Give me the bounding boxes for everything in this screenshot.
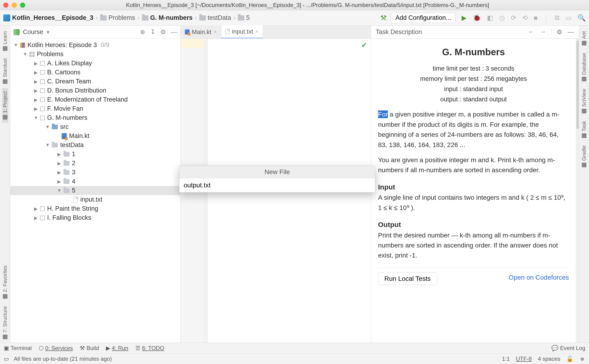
tool-gradle[interactable]: Gradle xyxy=(581,142,587,171)
caret-icon[interactable] xyxy=(57,179,61,184)
debug-icon[interactable]: 🐞 xyxy=(473,14,481,22)
tree-problem[interactable]: I. Falling Blocks xyxy=(10,213,180,222)
tool-services[interactable]: ⬡ 0: Services xyxy=(39,345,73,351)
tool-ant[interactable]: Ant xyxy=(581,28,587,49)
panel-title[interactable]: Course xyxy=(23,28,43,36)
collapse-icon[interactable]: ↧ xyxy=(150,28,155,36)
input-txt-file[interactable]: input.txt xyxy=(10,195,180,204)
encoding[interactable]: UTF-8 xyxy=(516,356,532,362)
maximize-window-button[interactable] xyxy=(20,3,25,8)
dropdown-icon[interactable]: ▾ xyxy=(47,28,50,36)
caret-icon[interactable] xyxy=(33,88,38,93)
close-tab-icon[interactable]: × xyxy=(214,29,217,35)
tree-problem[interactable]: F. Movie Fan xyxy=(10,104,180,113)
caret-icon[interactable] xyxy=(45,142,49,148)
caret-icon[interactable] xyxy=(33,106,38,112)
search-icon[interactable]: 🔍 xyxy=(578,14,586,22)
breadcrumb-item[interactable]: G. M-numbers xyxy=(142,14,193,21)
editor-tab-input-txt[interactable]: input.txt× xyxy=(221,26,263,39)
add-configuration-button[interactable]: Add Configuration... xyxy=(391,13,455,23)
caret-icon[interactable] xyxy=(33,206,38,212)
breadcrumb-item[interactable]: Problems xyxy=(100,14,135,21)
build-icon[interactable]: ⚒ xyxy=(380,14,387,22)
tree-problem[interactable]: C. Dream Team xyxy=(10,77,180,86)
stop-icon[interactable]: ■ xyxy=(534,14,538,22)
gear-icon[interactable]: ⚙ xyxy=(556,28,562,36)
breadcrumb-item[interactable]: 5 xyxy=(238,14,250,21)
run-target-icon[interactable]: ▭ xyxy=(565,14,571,22)
tool-terminal[interactable]: ▣ Terminal xyxy=(4,345,32,351)
tool-structure[interactable]: 7: Structure xyxy=(2,303,8,343)
caret-icon[interactable] xyxy=(57,161,61,166)
tool-stardust[interactable]: Stardust xyxy=(2,55,8,87)
task-body[interactable]: G. M-numbers time limit per test : 3 sec… xyxy=(371,39,576,343)
run-icon[interactable]: ▶ xyxy=(462,14,467,22)
caret-position[interactable]: 1:1 xyxy=(502,356,510,362)
src-folder[interactable]: src xyxy=(10,122,180,131)
course-root[interactable]: Kotlin Heroes: Episode 3 0/9 xyxy=(10,40,180,50)
testdata-subfolder-selected[interactable]: 5 xyxy=(10,186,180,195)
problems-node[interactable]: Problems xyxy=(10,50,180,59)
event-log[interactable]: 💬 Event Log xyxy=(551,345,585,351)
hide-icon[interactable]: — xyxy=(171,28,177,36)
testdata-subfolder[interactable]: 3 xyxy=(10,168,180,177)
new-file-name-input[interactable] xyxy=(180,178,375,192)
tool-favorites[interactable]: 2: Favorites xyxy=(2,262,8,302)
run-local-tests-button[interactable]: Run Local Tests xyxy=(378,273,437,285)
breadcrumb-root[interactable]: Kotlin_Heroes__Episode_3 xyxy=(3,14,93,21)
scrollbar-thumb[interactable] xyxy=(576,40,579,129)
forward-icon[interactable]: → xyxy=(540,28,546,36)
target-icon[interactable]: ⊕ xyxy=(140,28,145,36)
caret-icon[interactable] xyxy=(57,151,61,157)
testdata-subfolder[interactable]: 1 xyxy=(10,150,180,159)
tree-problem[interactable]: A. Likes Display xyxy=(10,59,180,68)
caret-icon[interactable] xyxy=(33,97,38,103)
caret-icon[interactable] xyxy=(33,115,38,120)
caret-icon[interactable] xyxy=(33,70,38,75)
caret-icon[interactable] xyxy=(45,124,49,130)
main-kt-file[interactable]: Main.kt xyxy=(10,131,180,141)
course-tree[interactable]: Kotlin Heroes: Episode 3 0/9 Problems A.… xyxy=(10,39,180,343)
minimize-window-button[interactable] xyxy=(12,3,17,8)
tree-problem[interactable]: D. Bonus Distribution xyxy=(10,86,180,95)
tool-learn[interactable]: Learn xyxy=(2,28,8,54)
indent-setting[interactable]: 4 spaces xyxy=(538,356,560,362)
profile-icon[interactable]: ◷ xyxy=(499,14,505,22)
readonly-lock-icon[interactable]: 🔓 xyxy=(566,356,573,362)
back-icon[interactable]: ← xyxy=(528,28,534,36)
tree-problem[interactable]: G. M-numbers xyxy=(10,113,180,122)
task-scrollbar[interactable] xyxy=(576,39,579,343)
tree-problem[interactable]: E. Modernization of Treeland xyxy=(10,95,180,104)
close-tab-icon[interactable]: × xyxy=(255,28,259,34)
close-window-button[interactable] xyxy=(3,3,8,8)
run-anything-icon[interactable]: ⟲ xyxy=(522,14,528,22)
git-icon[interactable]: ⧉ xyxy=(555,14,559,22)
tool-run[interactable]: ▶ 4: Run xyxy=(106,345,128,351)
open-on-codeforces-link[interactable]: Open on Codeforces xyxy=(509,273,569,282)
caret-icon[interactable] xyxy=(33,215,38,221)
caret-icon[interactable] xyxy=(57,170,61,175)
hide-icon[interactable]: — xyxy=(568,28,574,36)
testdata-folder[interactable]: testData xyxy=(10,141,180,150)
breadcrumb-item[interactable]: testData xyxy=(199,14,231,21)
caret-icon[interactable] xyxy=(13,42,18,48)
editor-tab-main-kt[interactable]: Main.kt× xyxy=(181,26,221,39)
testdata-subfolder[interactable]: 4 xyxy=(10,177,180,186)
attach-icon[interactable]: ⟳ xyxy=(511,14,516,22)
tool-project[interactable]: 1: Project xyxy=(2,88,8,123)
caret-icon[interactable] xyxy=(33,79,38,84)
gear-icon[interactable]: ⚙ xyxy=(161,28,166,36)
caret-icon[interactable] xyxy=(33,61,38,66)
tool-sciview[interactable]: SciView xyxy=(581,85,587,117)
tool-task[interactable]: Task xyxy=(581,118,587,141)
tree-problem[interactable]: H. Paint the String xyxy=(10,204,180,213)
ide-status-icon[interactable]: ☻ xyxy=(579,356,585,362)
tree-problem[interactable]: B. Cartoons xyxy=(10,68,180,77)
tool-todo[interactable]: ☰ 6: TODO xyxy=(135,345,164,351)
tool-build[interactable]: ⚒ Build xyxy=(80,345,99,351)
caret-icon[interactable] xyxy=(57,188,61,193)
caret-icon[interactable] xyxy=(23,52,27,57)
testdata-subfolder[interactable]: 2 xyxy=(10,159,180,168)
coverage-icon[interactable]: ◧ xyxy=(487,14,493,22)
tool-database[interactable]: Database xyxy=(581,50,587,84)
